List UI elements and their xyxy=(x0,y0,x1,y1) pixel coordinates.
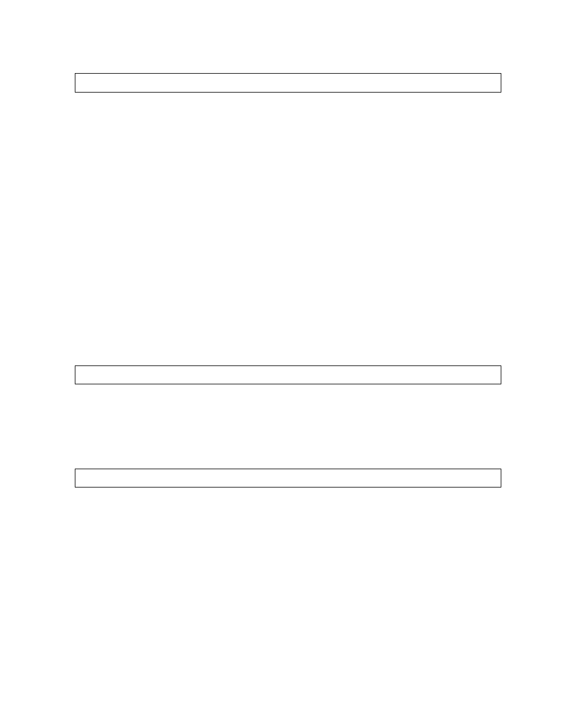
empty-box-2 xyxy=(75,365,501,384)
empty-box-1 xyxy=(75,73,501,93)
empty-box-3 xyxy=(75,469,501,487)
